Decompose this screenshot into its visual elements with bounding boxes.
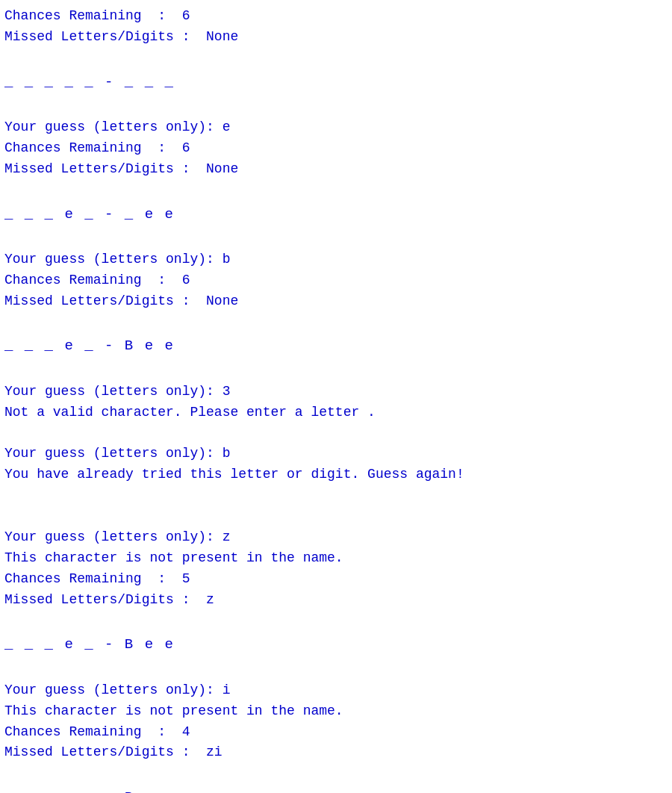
blank-line [4,312,668,333]
output-line: Missed Letters/Digits : z [4,590,668,611]
output-line: Missed Letters/Digits : None [4,159,668,180]
output-line: Missed Letters/Digits : None [4,291,668,312]
blank-line [4,659,668,680]
output-line: Your guess (letters only): b [4,444,668,464]
output-line: Chances Remaining : 6 [4,138,668,159]
blank-line [4,485,668,506]
blank-line [4,180,668,201]
output-line: Chances Remaining : 5 [4,569,668,590]
word-display: _ _ _ e _ - B e e [4,787,668,793]
output-line: Chances Remaining : 6 [4,270,668,291]
blank-line [4,506,668,527]
output-line: This character is not present in the nam… [4,701,668,722]
output-line: Your guess (letters only): i [4,680,668,701]
output-line: Missed Letters/Digits : None [4,27,668,48]
output-line: This character is not present in the nam… [4,548,668,569]
output-line: Chances Remaining : 4 [4,722,668,743]
blank-line [4,763,668,784]
word-display: _ _ _ e _ - _ e e [4,204,668,226]
output-line: Your guess (letters only): 3 [4,382,668,402]
output-line: Your guess (letters only): e [4,117,668,138]
output-line: Missed Letters/Digits : zi [4,742,668,763]
blank-line [4,361,668,382]
output-line: Your guess (letters only): z [4,527,668,548]
output-line: Chances Remaining : 6 [4,6,668,27]
output-line: Your guess (letters only): b [4,249,668,270]
blank-line [4,611,668,632]
blank-line [4,423,668,444]
output-line: You have already tried this letter or di… [4,464,668,485]
blank-line [4,228,668,249]
terminal-output: Chances Remaining : 6Missed Letters/Digi… [4,6,668,793]
word-display: _ _ _ _ _ - _ _ _ [4,72,668,93]
blank-line [4,96,668,117]
blank-line [4,48,668,69]
output-line: Not a valid character. Please enter a le… [4,402,668,423]
word-display: _ _ _ e _ - B e e [4,634,668,656]
word-display: _ _ _ e _ - B e e [4,335,668,357]
